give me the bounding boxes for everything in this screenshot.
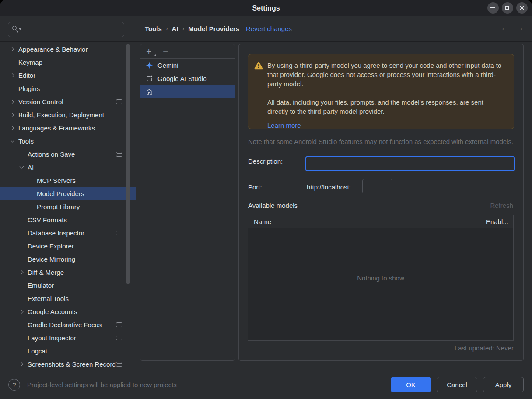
project-level-note: Project-level settings will be applied t… — [27, 381, 177, 388]
settings-dialog: Settings Tools › AI › Model Providers Re… — [0, 0, 532, 399]
sidebar-item-layout-inspector[interactable]: Layout Inspector — [0, 331, 136, 344]
breadcrumb-ai[interactable]: AI — [172, 25, 178, 32]
chevron-right-icon[interactable] — [10, 73, 14, 77]
available-models-label: Available models — [248, 202, 298, 209]
sidebar-item-label: Diff & Merge — [28, 269, 64, 276]
breadcrumb-tools[interactable]: Tools — [145, 25, 162, 32]
breadcrumb: Tools › AI › Model Providers Revert chan… — [145, 22, 292, 35]
close-button[interactable] — [516, 2, 528, 14]
sidebar-item-build-execution-deployment[interactable]: Build, Execution, Deployment — [0, 108, 136, 121]
sidebar-item-label: Editor — [18, 72, 35, 79]
sidebar-item-label: Plugins — [18, 85, 40, 92]
sidebar-item-mcp-servers[interactable]: MCP Servers — [0, 174, 136, 187]
column-header-name[interactable]: Name — [248, 215, 480, 228]
empty-table-text: Nothing to show — [248, 274, 513, 282]
column-header-enabled[interactable]: Enabl... — [480, 215, 513, 228]
chevron-down-icon[interactable] — [10, 138, 14, 143]
settings-tree: Appearance & BehaviorKeymapEditorPlugins… — [0, 42, 136, 370]
chevron-right-icon[interactable] — [19, 362, 23, 366]
models-table-header: Name Enabl... — [248, 215, 513, 228]
ai-studio-icon — [146, 75, 153, 82]
back-arrow-icon[interactable]: ← — [500, 23, 509, 33]
sidebar-item-editor[interactable]: Editor — [0, 69, 136, 82]
models-table-body: Nothing to show — [248, 228, 513, 341]
minimize-button[interactable] — [487, 2, 499, 14]
settings-search-input[interactable] — [8, 22, 124, 37]
settings-indicator-icon — [116, 99, 122, 104]
chevron-right-icon[interactable] — [19, 270, 23, 274]
refresh-button[interactable]: Refresh — [490, 202, 513, 209]
sidebar-item-languages-frameworks[interactable]: Languages & Frameworks — [0, 121, 136, 134]
chevron-right-icon[interactable] — [10, 47, 14, 51]
title-bar: Settings — [0, 0, 532, 16]
warning-paragraph-1: By using a third-party model you agree t… — [267, 61, 506, 88]
provider-toolbar: + − — [140, 44, 234, 59]
add-dropdown-icon — [154, 54, 156, 56]
chevron-down-icon[interactable] — [19, 164, 24, 169]
models-table: Name Enabl... Nothing to show — [248, 215, 514, 341]
provider-item-google-ai-studio[interactable]: Google AI Studio — [140, 72, 234, 85]
sidebar-item-version-control[interactable]: Version Control — [0, 95, 136, 108]
maximize-button[interactable] — [502, 2, 513, 14]
settings-indicator-icon — [116, 231, 122, 235]
sidebar-item-google-accounts[interactable]: Google Accounts — [0, 305, 136, 318]
description-label: Description: — [248, 158, 283, 165]
sidebar-item-actions-on-save[interactable]: Actions on Save — [0, 147, 136, 161]
settings-indicator-icon — [116, 322, 122, 327]
sidebar-item-screenshots-screen-recordi[interactable]: Screenshots & Screen Recordi — [0, 357, 136, 370]
breadcrumb-model-providers[interactable]: Model Providers — [188, 25, 239, 32]
add-provider-button[interactable]: + — [146, 47, 154, 56]
localhost-prefix: http://localhost: — [307, 183, 351, 191]
forward-arrow-icon[interactable]: → — [515, 23, 524, 33]
sidebar-item-prompt-library[interactable]: Prompt Library — [0, 200, 136, 213]
sidebar-item-diff-merge[interactable]: Diff & Merge — [0, 266, 136, 279]
sidebar-item-label: Model Providers — [37, 190, 84, 197]
sidebar-item-tools[interactable]: Tools — [0, 134, 136, 147]
sidebar-item-label: Layout Inspector — [28, 334, 76, 342]
chevron-right-icon[interactable] — [10, 112, 14, 117]
cancel-button[interactable]: Cancel — [437, 377, 477, 392]
sidebar-item-database-inspector[interactable]: Database Inspector — [0, 226, 136, 239]
sidebar-item-label: Database Inspector — [28, 229, 84, 237]
minimize-icon — [490, 7, 495, 8]
revert-changes-link[interactable]: Revert changes — [246, 25, 292, 32]
sidebar-item-label: Gradle Declarative Focus — [28, 321, 102, 329]
sidebar-item-appearance-behavior[interactable]: Appearance & Behavior — [0, 42, 136, 56]
settings-indicator-icon — [116, 336, 122, 340]
provider-item-new[interactable] — [140, 85, 234, 98]
sidebar-item-model-providers[interactable]: Model Providers — [0, 187, 136, 200]
last-updated-text: Last updated: Never — [455, 344, 514, 352]
apply-button[interactable]: Apply — [483, 377, 524, 392]
third-party-warning-banner: By using a third-party model you agree t… — [248, 54, 514, 129]
home-icon — [146, 88, 153, 95]
chevron-right-icon[interactable] — [10, 126, 14, 130]
sidebar-item-device-mirroring[interactable]: Device Mirroring — [0, 252, 136, 266]
help-icon[interactable]: ? — [8, 379, 20, 391]
sidebar-item-emulator[interactable]: Emulator — [0, 279, 136, 292]
sidebar-divider — [136, 16, 136, 370]
sidebar-item-keymap[interactable]: Keymap — [0, 56, 136, 69]
sidebar-item-plugins[interactable]: Plugins — [0, 82, 136, 95]
sidebar-item-label: Emulator — [28, 282, 54, 289]
provider-item-gemini[interactable]: Gemini — [140, 59, 234, 72]
sidebar-item-label: Device Explorer — [28, 242, 74, 250]
sidebar-scrollbar[interactable] — [126, 44, 130, 284]
sidebar-item-label: Languages & Frameworks — [18, 124, 95, 132]
sidebar-item-gradle-declarative-focus[interactable]: Gradle Declarative Focus — [0, 318, 136, 331]
sidebar-item-logcat[interactable]: Logcat — [0, 344, 136, 357]
warning-icon — [254, 61, 267, 129]
sidebar-item-external-tools[interactable]: External Tools — [0, 292, 136, 305]
window-title: Settings — [252, 4, 280, 12]
remove-provider-button[interactable]: − — [163, 47, 168, 56]
sidebar-item-device-explorer[interactable]: Device Explorer — [0, 239, 136, 252]
learn-more-link[interactable]: Learn more — [267, 121, 301, 130]
chevron-right-icon[interactable] — [19, 309, 23, 314]
sidebar-item-ai[interactable]: AI — [0, 161, 136, 174]
description-input[interactable] — [305, 156, 515, 171]
sidebar-item-csv-formats[interactable]: CSV Formats — [0, 213, 136, 226]
search-options-chevron-icon — [19, 28, 21, 30]
ok-button[interactable]: OK — [391, 377, 431, 392]
port-input[interactable] — [362, 179, 392, 193]
chevron-right-icon[interactable] — [10, 99, 14, 104]
sidebar-item-label: Appearance & Behavior — [18, 46, 88, 53]
